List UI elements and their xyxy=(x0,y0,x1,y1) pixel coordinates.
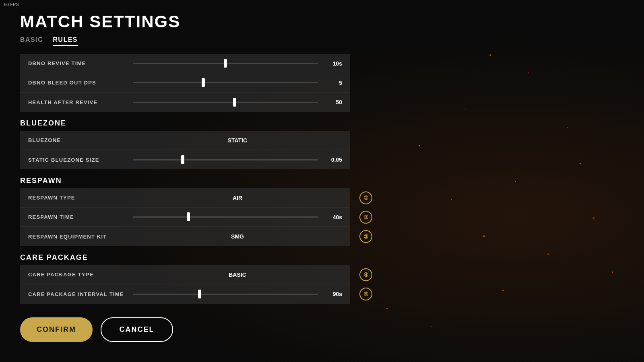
confirm-button[interactable]: CONFIRM xyxy=(20,317,93,342)
section-care-package: CARE PACKAGE CARE PACKAGE TYPE BASIC ④ C… xyxy=(20,248,350,304)
row-respawn-type: RESPAWN TYPE AIR ① xyxy=(20,188,350,208)
main-container: MATCH SETTINGS BASIC RULES DBNO REVIVE T… xyxy=(0,0,362,362)
label-health-after-revive: HEALTH AFTER REVIVE xyxy=(28,99,133,105)
annotation-1: ① xyxy=(359,191,372,204)
control-respawn-equipment[interactable]: SMG xyxy=(133,233,342,240)
control-static-bluezone-size[interactable] xyxy=(133,159,318,160)
thumb-respawn-time[interactable] xyxy=(187,212,190,221)
section-respawn: RESPAWN RESPAWN TYPE AIR ① RESPAWN TIME … xyxy=(20,171,350,246)
control-dbno-bleed-out[interactable] xyxy=(133,82,318,83)
value-health-after-revive: 50 xyxy=(318,99,342,105)
label-respawn-time: RESPAWN TIME xyxy=(28,214,133,220)
row-dbno-bleed-out: DBNO BLEED OUT DPS 5 xyxy=(20,73,350,93)
slider-care-package-interval[interactable] xyxy=(133,294,318,295)
header-care-package: CARE PACKAGE xyxy=(20,248,350,265)
value-static-bluezone-size: 0.05 xyxy=(318,156,342,163)
row-respawn-equipment: RESPAWN EQUIPMENT KIT SMG ③ xyxy=(20,227,350,246)
label-dbno-revive-time: DBNO REVIVE TIME xyxy=(28,60,133,66)
tab-basic[interactable]: BASIC xyxy=(20,36,43,46)
fps-counter: 60 FPS xyxy=(4,2,19,7)
label-respawn-type: RESPAWN TYPE xyxy=(28,195,133,201)
value-respawn-equipment: SMG xyxy=(133,233,342,240)
value-care-package-interval: 90s xyxy=(318,291,342,297)
slider-respawn-time[interactable] xyxy=(133,216,318,218)
label-care-package-type: CARE PACKAGE TYPE xyxy=(28,272,133,278)
row-care-package-type: CARE PACKAGE TYPE BASIC ④ xyxy=(20,265,350,284)
thumb-dbno-revive-time[interactable] xyxy=(224,59,227,68)
buttons-row: CONFIRM CANCEL xyxy=(20,317,173,342)
control-bluezone[interactable]: STATIC xyxy=(133,137,342,144)
slider-health-after-revive[interactable] xyxy=(133,102,318,103)
control-care-package-type[interactable]: BASIC xyxy=(133,272,342,278)
row-static-bluezone-size: STATIC BLUEZONE SIZE 0.05 xyxy=(20,150,350,169)
row-dbno-revive-time: DBNO REVIVE TIME 10s xyxy=(20,54,350,73)
annotation-5: ⑤ xyxy=(359,288,372,300)
label-static-bluezone-size: STATIC BLUEZONE SIZE xyxy=(28,157,133,163)
slider-dbno-revive-time[interactable] xyxy=(133,63,318,64)
label-dbno-bleed-out: DBNO BLEED OUT DPS xyxy=(28,80,133,86)
value-respawn-time: 40s xyxy=(318,214,342,220)
label-respawn-equipment: RESPAWN EQUIPMENT KIT xyxy=(28,234,133,240)
control-respawn-time[interactable] xyxy=(133,216,318,218)
header-respawn: RESPAWN xyxy=(20,171,350,188)
control-dbno-revive-time[interactable] xyxy=(133,63,318,64)
slider-static-bluezone-size[interactable] xyxy=(133,159,318,160)
control-respawn-type[interactable]: AIR xyxy=(133,195,342,201)
thumb-care-package-interval[interactable] xyxy=(198,290,201,298)
row-bluezone: BLUEZONE STATIC xyxy=(20,131,350,150)
cancel-button[interactable]: CANCEL xyxy=(101,317,173,342)
row-respawn-time: RESPAWN TIME 40s ② xyxy=(20,208,350,227)
value-dbno-bleed-out: 5 xyxy=(318,80,342,86)
annotation-4: ④ xyxy=(359,268,372,281)
label-bluezone: BLUEZONE xyxy=(28,137,133,143)
settings-list: DBNO REVIVE TIME 10s DBNO BLEED OUT DPS … xyxy=(20,54,350,305)
slider-dbno-bleed-out[interactable] xyxy=(133,82,318,83)
annotation-2: ② xyxy=(359,211,372,224)
thumb-health-after-revive[interactable] xyxy=(233,98,236,107)
thumb-static-bluezone-size[interactable] xyxy=(181,155,184,164)
annotation-3: ③ xyxy=(359,230,372,243)
section-dbno: DBNO REVIVE TIME 10s DBNO BLEED OUT DPS … xyxy=(20,54,350,112)
tabs-row: BASIC RULES xyxy=(20,36,342,46)
tab-rules[interactable]: RULES xyxy=(53,36,78,46)
section-bluezone: BLUEZONE BLUEZONE STATIC STATIC BLUEZONE… xyxy=(20,113,350,169)
value-respawn-type: AIR xyxy=(133,195,342,201)
row-health-after-revive: HEALTH AFTER REVIVE 50 xyxy=(20,93,350,112)
label-care-package-interval: CARE PACKAGE INTERVAL TIME xyxy=(28,291,133,297)
page-title: MATCH SETTINGS xyxy=(20,12,342,31)
header-bluezone: BLUEZONE xyxy=(20,113,350,131)
value-care-package-type: BASIC xyxy=(133,272,342,278)
value-bluezone: STATIC xyxy=(133,137,342,144)
control-health-after-revive[interactable] xyxy=(133,102,318,103)
thumb-dbno-bleed-out[interactable] xyxy=(202,78,205,87)
row-care-package-interval: CARE PACKAGE INTERVAL TIME 90s ⑤ xyxy=(20,284,350,304)
value-dbno-revive-time: 10s xyxy=(318,60,342,67)
control-care-package-interval[interactable] xyxy=(133,294,318,295)
